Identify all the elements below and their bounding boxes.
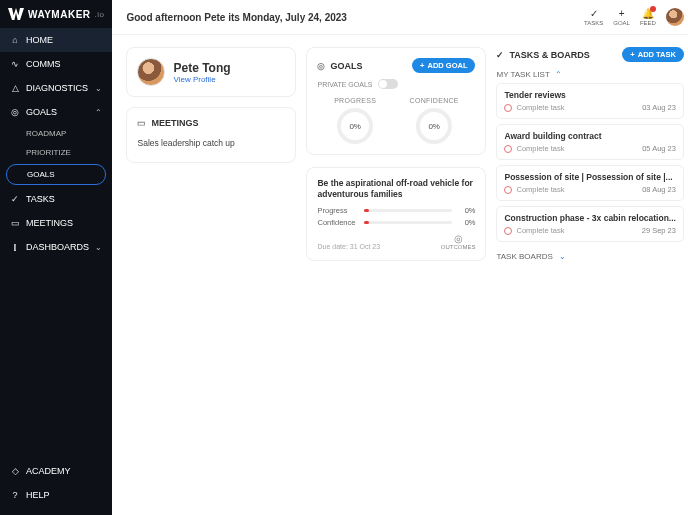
profile-card: Pete Tong View Profile bbox=[126, 47, 296, 97]
topbar: Good afternoon Pete its Monday, July 24,… bbox=[112, 0, 688, 35]
check-icon: ✓ bbox=[10, 194, 20, 204]
confidence-gauge: 0% bbox=[416, 108, 452, 144]
chevron-up-icon: ⌃ bbox=[555, 70, 562, 79]
goal-title: Be the aspirational off-road vehicle for… bbox=[317, 178, 475, 200]
calendar-icon: ▭ bbox=[10, 218, 20, 228]
view-profile-link[interactable]: View Profile bbox=[173, 75, 230, 84]
progress-gauge: 0% bbox=[337, 108, 373, 144]
shield-icon: ◇ bbox=[10, 466, 20, 476]
target-icon: ◎ bbox=[317, 61, 325, 71]
task-item[interactable]: Construction phase - 3x cabin relocation… bbox=[496, 206, 683, 242]
private-goals-label: PRIVATE GOALS bbox=[317, 81, 372, 88]
top-actions: ✓TASKS +GOAL 🔔FEED bbox=[584, 8, 684, 26]
chevron-down-icon: ⌄ bbox=[95, 84, 102, 93]
help-icon: ? bbox=[10, 490, 20, 500]
meetings-title: MEETINGS bbox=[151, 118, 198, 128]
status-dot-icon bbox=[504, 227, 512, 235]
task-item[interactable]: Tender reviews Complete task03 Aug 23 bbox=[496, 83, 683, 119]
nav-goals-prioritize[interactable]: PRIORITIZE bbox=[0, 143, 112, 162]
outcomes-button[interactable]: ◎OUTCOMES bbox=[441, 233, 476, 250]
confidence-bar bbox=[364, 221, 452, 224]
main: Good afternoon Pete its Monday, July 24,… bbox=[112, 0, 688, 515]
nav-comms[interactable]: ∿COMMS bbox=[0, 52, 112, 76]
chevron-down-icon: ⌄ bbox=[95, 243, 102, 252]
brand-logo[interactable]: WAYMAKER.io bbox=[0, 0, 112, 28]
profile-name: Pete Tong bbox=[173, 61, 230, 75]
add-task-button[interactable]: +ADD TASK bbox=[622, 47, 684, 62]
nav-dashboards[interactable]: ⫿DASHBOARDS⌄ bbox=[0, 235, 112, 259]
bell-icon: 🔔 bbox=[642, 8, 654, 19]
due-date: Due date: 31 Oct 23 bbox=[317, 243, 380, 250]
tasks-title: TASKS & BOARDS bbox=[509, 50, 589, 60]
nav-academy[interactable]: ◇ACADEMY bbox=[0, 459, 112, 483]
calendar-icon: ▭ bbox=[137, 118, 146, 128]
my-task-list-toggle[interactable]: MY TASK LIST⌃ bbox=[496, 70, 683, 79]
brand-suffix: .io bbox=[95, 10, 105, 19]
top-goal[interactable]: +GOAL bbox=[613, 8, 630, 26]
user-avatar[interactable] bbox=[666, 8, 684, 26]
chevron-up-icon: ⌃ bbox=[95, 108, 102, 117]
nav-meetings[interactable]: ▭MEETINGS bbox=[0, 211, 112, 235]
meeting-item[interactable]: Sales leadership catch up bbox=[137, 134, 285, 152]
plus-icon: + bbox=[630, 50, 634, 59]
goals-card: ◎GOALS +ADD GOAL PRIVATE GOALS PROGRESS … bbox=[306, 47, 486, 155]
nav-tasks[interactable]: ✓TASKS bbox=[0, 187, 112, 211]
nav-diagnostics[interactable]: △DIAGNOSTICS⌄ bbox=[0, 76, 112, 100]
progress-label: PROGRESS bbox=[334, 97, 376, 104]
goals-title: GOALS bbox=[330, 61, 362, 71]
nav-goals[interactable]: ◎GOALS⌃ bbox=[0, 100, 112, 124]
target-icon: ◎ bbox=[454, 233, 463, 244]
private-goals-toggle[interactable] bbox=[378, 79, 398, 89]
meetings-card: ▭MEETINGS Sales leadership catch up bbox=[126, 107, 296, 163]
nav-home[interactable]: ⌂HOME bbox=[0, 28, 112, 52]
add-goal-button[interactable]: +ADD GOAL bbox=[412, 58, 475, 73]
check-circle-icon: ✓ bbox=[496, 50, 504, 60]
goal-detail-card: Be the aspirational off-road vehicle for… bbox=[306, 167, 486, 261]
confidence-label: CONFIDENCE bbox=[410, 97, 459, 104]
home-icon: ⌂ bbox=[10, 35, 20, 45]
warning-icon: △ bbox=[10, 83, 20, 93]
target-icon: ◎ bbox=[10, 107, 20, 117]
content: Pete Tong View Profile ▭MEETINGS Sales l… bbox=[112, 35, 688, 515]
chevron-down-icon: ⌄ bbox=[559, 252, 566, 261]
task-boards-toggle[interactable]: TASK BOARDS⌄ bbox=[496, 252, 683, 261]
chart-icon: ⫿ bbox=[10, 242, 20, 252]
task-item[interactable]: Award building contract Complete task05 … bbox=[496, 124, 683, 160]
sidebar: WAYMAKER.io ⌂HOME ∿COMMS △DIAGNOSTICS⌄ ◎… bbox=[0, 0, 112, 515]
activity-icon: ∿ bbox=[10, 59, 20, 69]
profile-avatar bbox=[137, 58, 165, 86]
logo-icon bbox=[8, 8, 24, 20]
plus-icon: + bbox=[619, 8, 625, 19]
brand-name: WAYMAKER bbox=[28, 9, 91, 20]
nav-list: ⌂HOME ∿COMMS △DIAGNOSTICS⌄ ◎GOALS⌃ ROADM… bbox=[0, 28, 112, 515]
check-circle-icon: ✓ bbox=[590, 8, 598, 19]
status-dot-icon bbox=[504, 186, 512, 194]
task-item[interactable]: Possession of site | Possession of site … bbox=[496, 165, 683, 201]
progress-bar bbox=[364, 209, 452, 212]
nav-goals-goals[interactable]: GOALS bbox=[6, 164, 106, 185]
status-dot-icon bbox=[504, 104, 512, 112]
top-tasks[interactable]: ✓TASKS bbox=[584, 8, 603, 26]
nav-help[interactable]: ?HELP bbox=[0, 483, 112, 507]
greeting-text: Good afternoon Pete its Monday, July 24,… bbox=[126, 12, 346, 23]
status-dot-icon bbox=[504, 145, 512, 153]
top-feed[interactable]: 🔔FEED bbox=[640, 8, 656, 26]
nav-goals-roadmap[interactable]: ROADMAP bbox=[0, 124, 112, 143]
tasks-panel: ✓TASKS & BOARDS +ADD TASK MY TASK LIST⌃ … bbox=[496, 47, 683, 261]
plus-icon: + bbox=[420, 61, 424, 70]
